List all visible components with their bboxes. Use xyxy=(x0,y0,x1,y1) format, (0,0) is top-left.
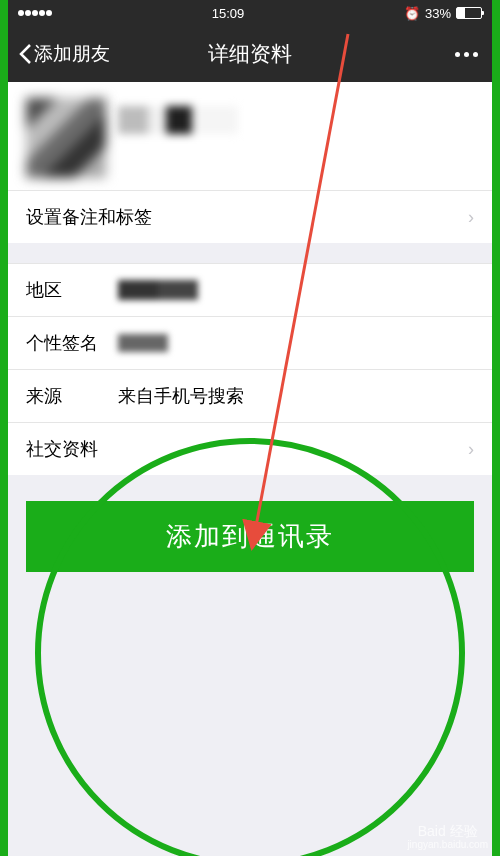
signature-cell: 个性签名 xyxy=(8,316,492,369)
source-value: 来自手机号搜索 xyxy=(118,384,474,408)
signal-icon xyxy=(18,10,52,16)
watermark: Baid 经验 jingyan.baidu.com xyxy=(407,824,488,850)
source-cell: 来源 来自手机号搜索 xyxy=(8,369,492,422)
social-info-cell[interactable]: 社交资料 › xyxy=(8,422,492,475)
nickname xyxy=(118,106,238,134)
cell-label: 设置备注和标签 xyxy=(26,205,152,229)
social-label: 社交资料 xyxy=(26,437,118,461)
chevron-right-icon: › xyxy=(468,207,474,228)
region-cell: 地区 xyxy=(8,263,492,316)
back-button[interactable]: 添加朋友 xyxy=(18,41,110,67)
source-label: 来源 xyxy=(26,384,118,408)
page-title: 详细资料 xyxy=(208,40,292,68)
set-remark-tags-cell[interactable]: 设置备注和标签 › xyxy=(8,190,492,243)
chevron-right-icon: › xyxy=(468,439,474,460)
battery-icon xyxy=(456,7,482,19)
avatar xyxy=(26,98,106,178)
profile-header[interactable] xyxy=(8,82,492,190)
add-to-contacts-button[interactable]: 添加到通讯录 xyxy=(26,501,474,572)
signature-label: 个性签名 xyxy=(26,331,118,355)
status-bar: 15:09 ⏰ 33% xyxy=(8,0,492,26)
add-button-label: 添加到通讯录 xyxy=(166,521,334,551)
status-time: 15:09 xyxy=(212,6,245,21)
region-label: 地区 xyxy=(26,278,118,302)
region-value xyxy=(118,280,198,300)
alarm-icon: ⏰ xyxy=(404,6,420,21)
battery-pct: 33% xyxy=(425,6,451,21)
more-button[interactable] xyxy=(455,52,478,57)
signature-value xyxy=(118,334,168,352)
nav-bar: 添加朋友 详细资料 xyxy=(8,26,492,82)
back-label: 添加朋友 xyxy=(34,41,110,67)
chevron-left-icon xyxy=(18,43,32,65)
